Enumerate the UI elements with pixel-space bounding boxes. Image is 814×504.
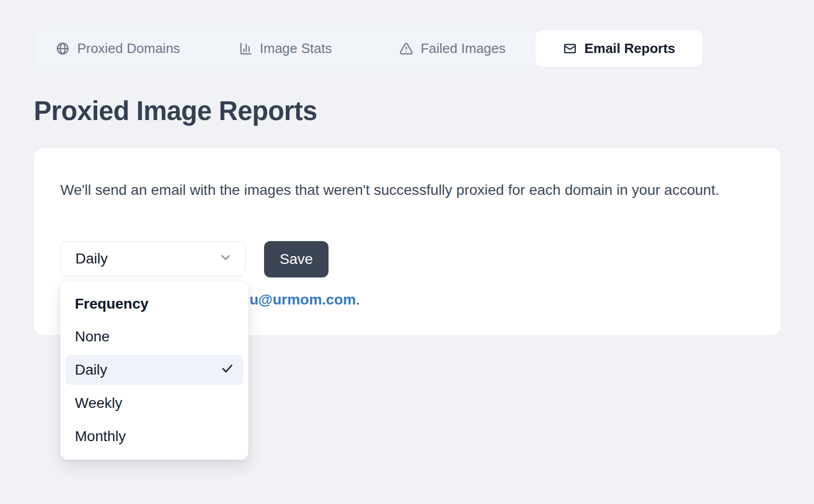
frequency-option-monthly[interactable]: Monthly <box>65 421 243 452</box>
report-email-line: u@urmom.com. <box>250 291 360 308</box>
tab-label: Proxied Domains <box>77 41 180 57</box>
frequency-option-none[interactable]: None <box>65 322 243 352</box>
frequency-option-weekly[interactable]: Weekly <box>65 388 243 418</box>
email-link[interactable]: u@urmom.com <box>250 291 356 308</box>
tab-proxied-domains[interactable]: Proxied Domains <box>34 31 202 67</box>
controls-row: Daily Save <box>60 241 329 277</box>
option-label: Daily <box>75 362 107 378</box>
option-label: None <box>75 328 110 345</box>
page-title: Proxied Image Reports <box>34 96 317 126</box>
option-label: Weekly <box>75 395 122 412</box>
tab-label: Email Reports <box>584 41 675 57</box>
warning-triangle-icon <box>399 42 413 56</box>
globe-icon <box>56 42 70 56</box>
save-button[interactable]: Save <box>264 241 329 277</box>
tab-image-stats[interactable]: Image Stats <box>202 31 369 67</box>
envelope-icon <box>563 42 577 56</box>
frequency-select-value: Daily <box>75 250 108 267</box>
tab-label: Image Stats <box>260 41 332 57</box>
chevron-down-icon <box>218 250 233 268</box>
dropdown-header: Frequency <box>65 290 243 319</box>
bar-chart-icon <box>239 42 253 56</box>
frequency-dropdown-menu: Frequency None Daily Weekly Monthly <box>60 281 248 460</box>
tab-email-reports[interactable]: Email Reports <box>535 30 703 67</box>
tab-failed-images[interactable]: Failed Images <box>369 31 536 67</box>
frequency-option-daily[interactable]: Daily <box>65 355 243 385</box>
email-sentence-period: . <box>356 291 360 308</box>
email-reports-page: Proxied Domains Image Stats Failed Image… <box>0 0 814 504</box>
tab-bar: Proxied Domains Image Stats Failed Image… <box>34 30 703 67</box>
frequency-select[interactable]: Daily <box>60 241 246 276</box>
description-text: We'll send an email with the images that… <box>60 178 757 203</box>
check-icon <box>220 362 234 379</box>
tab-label: Failed Images <box>421 41 505 57</box>
option-label: Monthly <box>75 428 126 445</box>
